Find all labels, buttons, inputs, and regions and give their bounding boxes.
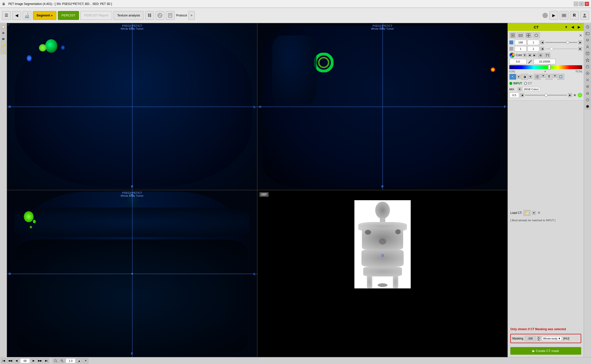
colormap-down-btn[interactable]: ▼ <box>523 53 527 57</box>
wl-input[interactable] <box>527 40 539 45</box>
last-frame-btn[interactable]: ▶| <box>44 358 49 363</box>
colormap-grid-btn[interactable]: ⊞ <box>538 53 543 58</box>
protocol-icon[interactable] <box>166 11 175 20</box>
r-button[interactable]: R <box>570 11 579 20</box>
tool-grid[interactable] <box>534 74 541 80</box>
far-right-icon-6[interactable] <box>585 57 591 63</box>
mix-close-btn[interactable]: ✕ <box>573 93 576 97</box>
colormap-prev-btn[interactable]: ◀ <box>528 53 532 57</box>
viewport-sagittal[interactable]: PSEG2^PET/CT Whole Body Tumor A H F P <box>257 23 508 190</box>
far-right-icon-10[interactable] <box>585 84 591 90</box>
ct-layout-btn[interactable] <box>525 32 532 38</box>
far-right-icon-4[interactable] <box>585 44 591 50</box>
color-bar-thumb[interactable] <box>548 65 551 70</box>
tool-cursor[interactable]: ↖ <box>509 74 516 80</box>
first-frame-btn[interactable]: |◀ <box>1 358 6 363</box>
viewport-axial[interactable]: PSEG2^PET/CT Whole Body Tumor A R L P <box>7 23 257 190</box>
minimize-button[interactable]: – <box>574 2 578 6</box>
masking-dropdown[interactable]: Whole-body ▼ <box>542 336 562 341</box>
ct-window-btn[interactable] <box>509 32 516 38</box>
mix-color-dot[interactable] <box>578 93 582 97</box>
far-right-icon-3[interactable] <box>585 37 591 43</box>
prev-frame-btn[interactable]: ◀ <box>14 358 19 363</box>
link-icon[interactable]: ⛓ <box>145 11 154 20</box>
close-button[interactable]: ✕ <box>585 2 589 6</box>
far-right-icon-2[interactable] <box>585 31 591 37</box>
segment-button[interactable]: Segment » <box>33 11 56 20</box>
ww-thumb[interactable] <box>566 41 569 44</box>
sidebar-icon-1[interactable]: 📋 <box>1 24 6 29</box>
load-ct-close-btn[interactable]: ✕ <box>537 210 540 215</box>
range-close-btn[interactable]: ✕ <box>544 70 546 73</box>
tool-opacity[interactable]: ◑ <box>521 74 528 80</box>
far-right-icon-12[interactable]: ? <box>585 97 591 103</box>
wl2-thumb[interactable] <box>550 47 553 50</box>
load-ct-down-btn[interactable]: ▼ <box>532 211 536 215</box>
tool-text-more[interactable]: ▼ <box>553 74 557 78</box>
zoom-input[interactable] <box>66 358 76 363</box>
far-right-icon-13[interactable] <box>585 104 591 109</box>
viewport-coronal[interactable]: PSEG2^PET/CT Whole Body Tumor H R L F <box>7 190 257 357</box>
prev-frames-btn[interactable]: ◀◀ <box>7 358 13 363</box>
wl2-input[interactable] <box>515 46 527 52</box>
far-right-icon-8[interactable] <box>585 70 591 76</box>
reset-btn[interactable]: ✕ <box>83 358 88 363</box>
mix-left-btn[interactable]: ◀ <box>520 93 524 97</box>
more-button[interactable]: > <box>188 11 195 20</box>
maximize-button[interactable]: □ <box>579 2 584 6</box>
mix-right-btn[interactable]: ▶ <box>568 93 572 97</box>
mic-icon[interactable]: 🎤 <box>528 60 532 64</box>
display-btn[interactable] <box>560 11 568 20</box>
wl2-left-btn[interactable]: ◀ <box>540 47 544 51</box>
user-icon[interactable] <box>580 11 589 20</box>
load-ct-folder-btn[interactable]: 📁 <box>524 210 530 216</box>
tool-more[interactable]: ▼ <box>517 75 521 79</box>
ct-prev-btn[interactable]: ◀ <box>570 24 575 30</box>
ww-slider[interactable] <box>545 42 577 43</box>
input-radio[interactable] <box>509 82 512 85</box>
mix-slider[interactable] <box>525 95 567 96</box>
colormap-save-btn[interactable]: 💾 <box>544 53 550 58</box>
zoom-out-btn[interactable] <box>59 358 65 363</box>
percist-report-button[interactable]: PERCIST Report <box>80 11 112 20</box>
mix-thumb[interactable] <box>545 94 548 97</box>
ww-input[interactable] <box>515 40 527 45</box>
tool-opacity-more[interactable]: ▼ <box>528 75 532 79</box>
sidebar-icon-2[interactable]: ⊞ <box>1 30 6 36</box>
viewport-mip[interactable]: MIP <box>257 190 508 357</box>
masking-up-btn[interactable]: ▲ <box>537 336 540 338</box>
ct-next-btn[interactable]: ▶ <box>576 24 582 30</box>
ct-close-btn[interactable]: ✕ <box>579 33 582 38</box>
far-right-icon-7[interactable] <box>585 64 591 70</box>
mix-dropdown[interactable]: (RGB Color) <box>523 87 540 91</box>
tool-square[interactable] <box>557 74 564 80</box>
next-frames-btn[interactable]: ▶▶ <box>37 358 43 363</box>
masking-value-input[interactable] <box>525 336 536 341</box>
ww-left-btn[interactable]: ◀ <box>540 40 544 44</box>
sidebar-icon-measure[interactable]: 📏 <box>1 49 6 54</box>
up-btn[interactable]: ▲ <box>77 358 82 363</box>
texture-analysis-button[interactable]: Texture analysis <box>114 11 144 20</box>
percist-button[interactable]: PERCIST <box>58 11 79 20</box>
pet-icon[interactable] <box>155 11 164 20</box>
sidebar-icon-key[interactable]: 🔑 <box>1 42 6 48</box>
ct-option[interactable]: CT <box>524 82 532 85</box>
colormap-next-btn[interactable]: ▶ <box>533 53 537 57</box>
far-right-icon-5[interactable] <box>585 51 591 56</box>
mix-down-btn[interactable]: ▼ <box>518 87 522 91</box>
sidebar-icon-m[interactable]: M <box>1 36 6 42</box>
frame-input[interactable] <box>20 358 30 363</box>
masking-down-btn[interactable]: ▼ <box>537 338 540 341</box>
ct-3d-btn[interactable] <box>533 32 540 38</box>
ct-radio[interactable] <box>524 82 527 85</box>
far-right-icon-1[interactable] <box>585 24 591 30</box>
ct-down-btn[interactable]: ▼ <box>564 24 569 30</box>
wl2-right-btn[interactable]: ▶ <box>578 47 582 51</box>
input-option[interactable]: INPUT <box>509 82 522 85</box>
far-right-icon-9[interactable] <box>585 77 591 83</box>
create-ct-mask-button[interactable]: ▶ Create CT mask <box>510 347 581 355</box>
ww-right-btn[interactable]: ▶ <box>578 40 582 44</box>
zoom-icon-btn[interactable] <box>53 358 58 363</box>
back-button[interactable]: ◀ <box>12 11 21 20</box>
wl2b-input[interactable] <box>527 46 539 52</box>
